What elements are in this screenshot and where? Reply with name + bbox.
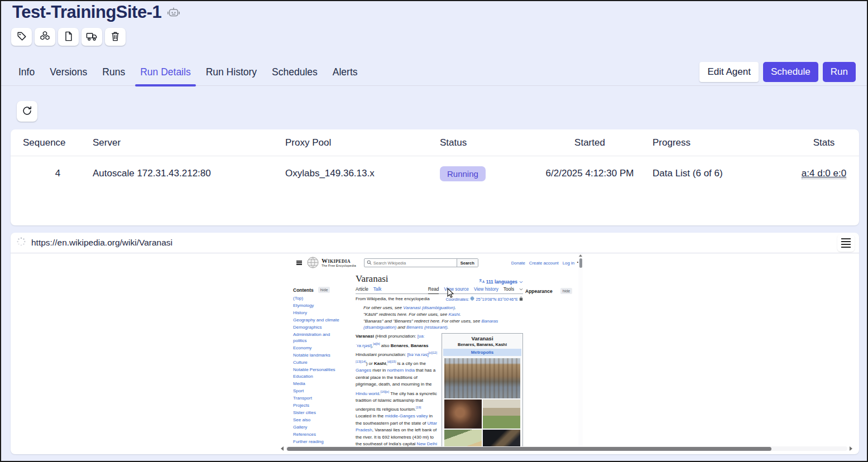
toc-item[interactable]: Administration and politics xyxy=(293,331,344,345)
truck-icon xyxy=(86,31,98,43)
tabs: Info Versions Runs Run Details Run Histo… xyxy=(18,66,358,85)
tab-actions: Edit Agent Schedule Run xyxy=(699,62,856,82)
wiki-search-button[interactable]: Search xyxy=(457,259,478,267)
tab-run-history[interactable]: Run History xyxy=(206,66,257,85)
toc-item[interactable]: Economy xyxy=(293,344,344,352)
table-row: 4 Autoscale 172.31.43.212:80 Oxylabs_149… xyxy=(11,156,859,191)
languages-button[interactable]: 111 languages xyxy=(479,278,523,285)
toc-item[interactable]: Sport xyxy=(293,388,344,395)
wiki-menu-icon[interactable] xyxy=(296,261,302,264)
toc-item[interactable]: References xyxy=(293,431,344,439)
run-button[interactable]: Run xyxy=(823,62,856,82)
wiki-vertical-scrollbar[interactable] xyxy=(578,253,583,446)
toc-item[interactable]: Etymology xyxy=(293,302,344,310)
toc-item[interactable]: Projects xyxy=(293,402,344,410)
globe-icon xyxy=(470,296,474,302)
tab-run-details[interactable]: Run Details xyxy=(140,66,190,85)
wiki-personal-links: DonateCreate accountLog in xyxy=(511,261,574,266)
toc-item[interactable]: Gallery xyxy=(293,424,344,431)
wiki-header-link[interactable]: Donate xyxy=(511,261,525,266)
toc-item[interactable]: Media xyxy=(293,381,344,388)
page-url[interactable]: https://en.wikipedia.org/wiki/Varanasi xyxy=(31,238,172,248)
article-tabs: Article Talk Read View source View histo… xyxy=(356,287,523,294)
horizontal-scroll-track[interactable] xyxy=(286,446,847,451)
wiki-search-input[interactable] xyxy=(372,261,457,266)
infobox: Varanasi Benares, Banaras, Kashi Metropo… xyxy=(442,333,523,446)
schedule-button[interactable]: Schedule xyxy=(763,62,818,82)
scroll-right-icon[interactable] xyxy=(850,446,852,451)
url-bar: https://en.wikipedia.org/wiki/Varanasi xyxy=(11,233,859,253)
toc-hide-button[interactable]: hide xyxy=(318,287,330,293)
tab-talk[interactable]: Talk xyxy=(373,287,382,292)
refresh-icon xyxy=(22,105,32,118)
col-status: Status xyxy=(440,137,527,148)
wiki-header-link[interactable]: Create account xyxy=(529,261,559,266)
tab-alerts[interactable]: Alerts xyxy=(333,66,358,85)
edit-agent-button[interactable]: Edit Agent xyxy=(699,62,759,82)
tab-tools[interactable]: Tools xyxy=(503,287,514,292)
page-header: Test-TrainingSite-1 xyxy=(12,2,180,22)
wikipedia-globe-logo[interactable] xyxy=(307,257,319,270)
toc-item[interactable]: Education xyxy=(293,373,344,381)
toc-item[interactable]: Notable Personalities xyxy=(293,366,344,373)
toc-item[interactable]: Notable landmarks xyxy=(293,352,344,359)
tab-schedules[interactable]: Schedules xyxy=(272,66,318,85)
wiki-toc: Contents hide (Top)EtymologyHistoryGeogr… xyxy=(293,287,352,446)
tab-article[interactable]: Article xyxy=(356,287,368,292)
toc-item[interactable]: History xyxy=(293,310,344,317)
col-stats: Stats xyxy=(782,137,859,148)
infobox-photo-ghats xyxy=(444,358,520,398)
agent-toolbar xyxy=(11,28,126,46)
scroll-left-icon[interactable] xyxy=(281,446,284,451)
toc-item[interactable]: Geography and climate xyxy=(293,317,344,324)
delete-button[interactable] xyxy=(105,28,126,46)
export-button[interactable] xyxy=(81,28,102,46)
app-root: Test-TrainingSite-1 xyxy=(0,0,868,462)
tab-view-history[interactable]: View history xyxy=(474,287,498,292)
wiki-scroll-thumb[interactable] xyxy=(579,258,582,268)
tab-bar: Info Versions Runs Run Details Run Histo… xyxy=(1,60,867,86)
toc-item[interactable]: Sister cities xyxy=(293,410,344,417)
document-icon xyxy=(64,31,73,43)
horizontal-scroll-thumb[interactable] xyxy=(287,447,771,451)
infobox-subtitle: Benares, Banaras, Kashi xyxy=(443,342,521,347)
cell-proxy-pool: Oxylabs_149.36.13.x xyxy=(285,168,440,179)
hatnote: For other uses, see Varanasi (disambigua… xyxy=(363,305,521,311)
tab-versions[interactable]: Versions xyxy=(50,66,87,85)
wiki-header-link[interactable]: Log in xyxy=(563,261,574,266)
from-wikipedia-line: From Wikipedia, the free encyclopedia xyxy=(356,296,430,302)
table-header-row: Sequence Server Proxy Pool Status Starte… xyxy=(11,129,859,156)
blocks-button[interactable] xyxy=(35,28,55,46)
article-lede: Varanasi (Hindi pronunciation: [ʋaːˈraːɳ… xyxy=(356,333,438,446)
tab-runs[interactable]: Runs xyxy=(102,66,125,85)
infobox-photo-university xyxy=(483,400,520,429)
wiki-search-box: Search xyxy=(364,258,478,267)
refresh-button[interactable] xyxy=(17,101,37,122)
toc-item[interactable]: Transport xyxy=(293,395,344,402)
toc-item[interactable]: Demographics xyxy=(293,324,344,331)
cell-server: Autoscale 172.31.43.212:80 xyxy=(93,168,285,179)
infobox-photo-musicians xyxy=(444,400,482,429)
col-server: Server xyxy=(93,137,285,148)
tag-button[interactable] xyxy=(11,28,32,46)
preview-menu-button[interactable] xyxy=(837,234,855,252)
toc-item[interactable]: Culture xyxy=(293,359,344,366)
toc-item[interactable]: Further reading xyxy=(293,439,344,446)
toc-item[interactable]: (Top) xyxy=(293,295,344,302)
appearance-hide-button[interactable]: hide xyxy=(560,288,573,294)
wikipedia-wordmark[interactable]: Wikipedia The Free Encyclopedia xyxy=(322,258,356,268)
stats-link[interactable]: a:4 d:0 e:0 xyxy=(802,168,846,179)
toc-item[interactable]: See also xyxy=(293,417,344,424)
chevron-down-icon xyxy=(519,287,523,292)
runs-table: Sequence Server Proxy Pool Status Starte… xyxy=(11,129,859,225)
coordinates[interactable]: Coordinates: 25°19′08″N 83°00′46″E xyxy=(446,296,523,302)
horizontal-scrollbar[interactable] xyxy=(281,446,852,451)
appearance-title: Appearance xyxy=(525,288,553,294)
translate-icon xyxy=(479,278,485,285)
tab-read[interactable]: Read xyxy=(428,287,439,294)
document-button[interactable] xyxy=(58,28,79,46)
cell-sequence: 4 xyxy=(23,168,93,179)
chevron-down-icon xyxy=(519,279,523,285)
scroll-up-icon xyxy=(579,254,582,257)
tab-info[interactable]: Info xyxy=(18,66,35,85)
